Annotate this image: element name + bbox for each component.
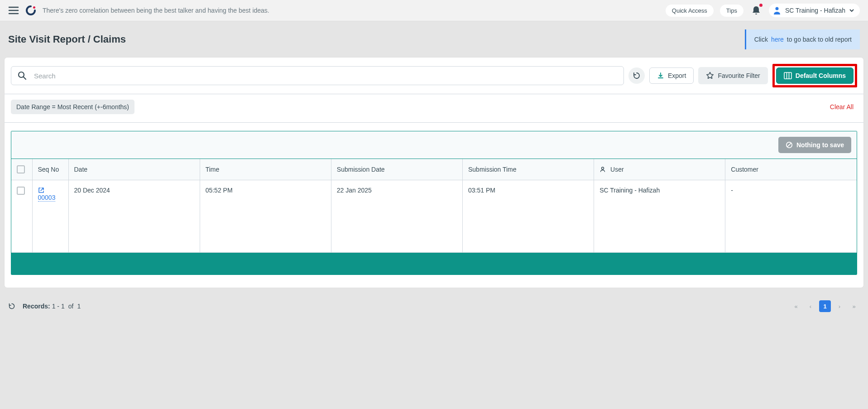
notice-suffix: to go back to old report: [787, 36, 852, 43]
star-icon: [706, 72, 714, 80]
columns-icon: [784, 72, 792, 79]
cell-submission-date: 22 Jan 2025: [331, 180, 462, 253]
seq-no-link[interactable]: 00003: [38, 194, 56, 202]
footer: Records: 1 - 1 of 1 « ‹ 1 › »: [0, 295, 868, 318]
svg-point-5: [19, 72, 24, 77]
page-last-button[interactable]: »: [848, 300, 860, 312]
footer-refresh-icon[interactable]: [8, 303, 15, 310]
page-number-button[interactable]: 1: [819, 300, 831, 312]
svg-line-6: [24, 77, 26, 79]
notification-dot-icon: [759, 4, 762, 7]
export-label: Export: [668, 72, 686, 79]
app-logo-icon[interactable]: [25, 5, 36, 16]
user-menu-button[interactable]: SC Training - Hafizah: [769, 4, 860, 17]
cell-submission-time: 03:51 PM: [462, 180, 594, 253]
default-columns-button[interactable]: Default Columns: [776, 67, 854, 84]
page-title: Site Visit Report / Claims: [8, 34, 745, 45]
old-report-link[interactable]: here: [771, 36, 784, 43]
filter-chip-row: Date Range = Most Recent (+-6months) Cle…: [5, 94, 863, 123]
top-bar: There's zero correlation between being t…: [0, 0, 868, 21]
search-field-wrap[interactable]: [11, 66, 624, 85]
header-checkbox-cell: [11, 159, 32, 180]
nothing-to-save-label: Nothing to save: [796, 141, 844, 149]
table-footer-strip: [11, 253, 857, 274]
table-row[interactable]: 00003 20 Dec 2024 05:52 PM 22 Jan 2025 0…: [11, 180, 857, 253]
records-total: 1: [77, 303, 81, 310]
cell-user: SC Training - Hafizah: [594, 180, 725, 253]
report-table: Seq No Date Time Submission Date Submiss…: [11, 159, 857, 253]
header-user-label: User: [610, 166, 624, 173]
row-checkbox-cell: [11, 180, 32, 253]
header-submission-time[interactable]: Submission Time: [462, 159, 594, 180]
notifications-bell-icon[interactable]: [750, 4, 762, 17]
favourite-filter-label: Favourite Filter: [718, 72, 760, 79]
records-of: of: [68, 303, 74, 310]
quick-access-button[interactable]: Quick Access: [666, 5, 714, 17]
select-all-checkbox[interactable]: [17, 165, 25, 173]
page-prev-button[interactable]: ‹: [805, 300, 816, 312]
cell-date: 20 Dec 2024: [68, 180, 200, 253]
nothing-to-save-button: Nothing to save: [778, 137, 851, 153]
svg-point-3: [33, 6, 35, 9]
refresh-icon: [633, 72, 641, 80]
user-name-label: SC Training - Hafizah: [785, 7, 845, 14]
header-seq-no[interactable]: Seq No: [32, 159, 68, 180]
old-report-notice: Click here to go back to old report: [745, 29, 860, 49]
default-columns-label: Default Columns: [796, 72, 846, 79]
pagination: « ‹ 1 › »: [790, 300, 860, 312]
search-input[interactable]: [33, 72, 617, 80]
records-label: Records:: [23, 303, 50, 310]
tips-button[interactable]: Tips: [720, 5, 743, 17]
download-icon: [657, 72, 664, 79]
horizontal-scrollbar[interactable]: [11, 275, 857, 283]
svg-rect-7: [784, 72, 791, 79]
quote-text: There's zero correlation between being t…: [43, 7, 269, 14]
cell-time: 05:52 PM: [200, 180, 331, 253]
user-icon: [599, 166, 606, 173]
date-range-filter-chip[interactable]: Date Range = Most Recent (+-6months): [11, 100, 134, 114]
toolbar: Export Favourite Filter Default Columns: [5, 58, 863, 94]
open-external-icon[interactable]: [38, 187, 44, 193]
refresh-button[interactable]: [628, 67, 645, 84]
chevron-down-icon: [849, 8, 854, 13]
svg-line-11: [787, 143, 791, 147]
user-avatar-icon: [772, 6, 782, 15]
notice-prefix: Click: [754, 36, 768, 43]
cell-customer: -: [725, 180, 857, 253]
page-next-button[interactable]: ›: [834, 300, 845, 312]
save-bar: Nothing to save: [11, 131, 857, 159]
svg-point-12: [602, 167, 604, 169]
search-icon: [18, 71, 27, 80]
header-user[interactable]: User: [594, 159, 725, 180]
favourite-filter-button[interactable]: Favourite Filter: [698, 67, 767, 84]
header-customer[interactable]: Customer: [725, 159, 857, 180]
page-header: Site Visit Report / Claims Click here to…: [0, 21, 868, 55]
prohibit-icon: [786, 141, 793, 149]
table-area: Nothing to save Seq No Date Time Submiss…: [5, 123, 863, 288]
cell-seq-no: 00003: [32, 180, 68, 253]
clear-all-button[interactable]: Clear All: [830, 103, 857, 111]
records-range: 1 - 1: [52, 303, 65, 310]
hamburger-menu-icon[interactable]: [8, 6, 19, 15]
header-date[interactable]: Date: [68, 159, 200, 180]
main-card: Export Favourite Filter Default Columns …: [5, 58, 863, 288]
header-submission-date[interactable]: Submission Date: [331, 159, 462, 180]
highlight-default-columns: Default Columns: [772, 64, 857, 87]
export-button[interactable]: Export: [649, 67, 694, 84]
row-checkbox[interactable]: [17, 187, 25, 195]
header-time[interactable]: Time: [200, 159, 331, 180]
page-first-button[interactable]: «: [790, 300, 802, 312]
svg-point-4: [775, 7, 778, 10]
